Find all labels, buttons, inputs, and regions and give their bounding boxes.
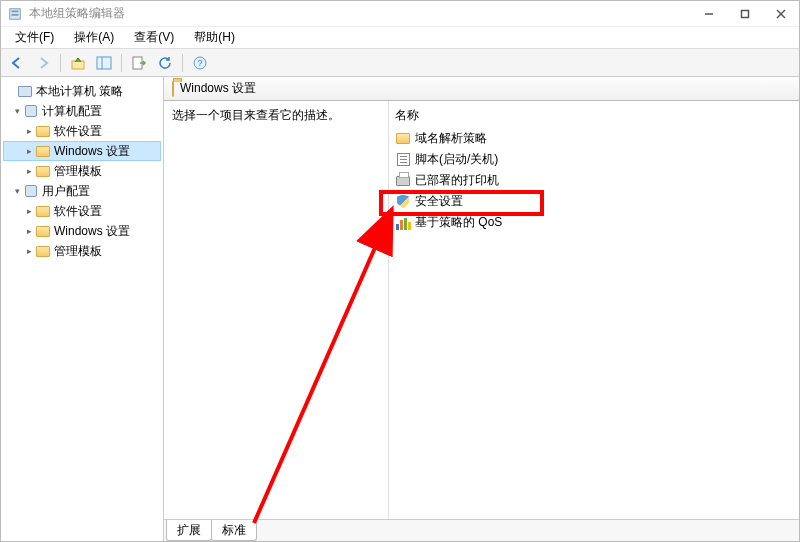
menubar: 文件(F) 操作(A) 查看(V) 帮助(H) [1, 27, 799, 49]
menu-help[interactable]: 帮助(H) [184, 27, 245, 48]
chevron-right-icon[interactable]: ▸ [23, 142, 35, 160]
tree-item-label: 管理模板 [54, 242, 102, 260]
window-controls [691, 1, 799, 26]
tree-item-label: 软件设置 [54, 122, 102, 140]
chevron-right-icon[interactable]: ▸ [23, 162, 35, 180]
svg-rect-2 [12, 14, 19, 16]
content-body: 选择一个项目来查看它的描述。 名称 域名解析策略脚本(启动/关机)已部署的打印机… [164, 101, 799, 519]
svg-rect-8 [97, 57, 111, 69]
tree-computer-config[interactable]: ▾ 计算机配置 [3, 101, 161, 121]
list-item-qos[interactable]: 基于策略的 QoS [395, 212, 793, 233]
tree-user-config[interactable]: ▾ 用户配置 [3, 181, 161, 201]
svg-rect-4 [742, 10, 749, 17]
menu-action[interactable]: 操作(A) [64, 27, 124, 48]
export-button[interactable] [127, 52, 151, 74]
window-title: 本地组策略编辑器 [29, 5, 125, 22]
items-column: 名称 域名解析策略脚本(启动/关机)已部署的打印机安全设置基于策略的 QoS [389, 101, 799, 519]
svg-rect-7 [72, 61, 84, 69]
chevron-right-icon[interactable]: ▸ [23, 122, 35, 140]
content-tabs: 扩展 标准 [164, 519, 799, 541]
refresh-button[interactable] [153, 52, 177, 74]
tree-windows-settings-1[interactable]: ▸ Windows 设置 [3, 141, 161, 161]
tree-software-settings-2[interactable]: ▸ 软件设置 [3, 201, 161, 221]
toolbar-separator [121, 54, 122, 72]
minimize-button[interactable] [691, 1, 727, 26]
list-item-dns_policy[interactable]: 域名解析策略 [395, 128, 793, 149]
chevron-right-icon[interactable]: ▸ [23, 222, 35, 240]
tree-item-label: 管理模板 [54, 162, 102, 180]
items-list: 域名解析策略脚本(启动/关机)已部署的打印机安全设置基于策略的 QoS [395, 128, 793, 233]
toolbar: ? [1, 49, 799, 77]
forward-button[interactable] [31, 52, 55, 74]
svg-text:?: ? [197, 58, 202, 68]
list-item-label: 基于策略的 QoS [415, 214, 502, 231]
list-item-label: 安全设置 [415, 193, 463, 210]
tree-item-label: 软件设置 [54, 202, 102, 220]
chevron-down-icon[interactable]: ▾ [11, 182, 23, 200]
folder-icon [395, 131, 411, 147]
chevron-down-icon[interactable]: ▾ [11, 102, 23, 120]
folder-open-icon [172, 82, 174, 96]
column-header-name: 名称 [395, 105, 793, 128]
folder-icon [35, 143, 51, 159]
content-header-title: Windows 设置 [180, 80, 256, 97]
show-hide-tree-button[interactable] [92, 52, 116, 74]
user-config-icon [23, 183, 39, 199]
main-area: 本地计算机 策略 ▾ 计算机配置 [1, 77, 799, 541]
svg-rect-1 [12, 10, 19, 12]
help-button[interactable]: ? [188, 52, 212, 74]
close-button[interactable] [763, 1, 799, 26]
tree-user-config-label: 用户配置 [42, 182, 90, 200]
chevron-right-icon[interactable]: ▸ [23, 202, 35, 220]
tree-item-label: Windows 设置 [54, 222, 130, 240]
list-item-security[interactable]: 安全设置 [395, 191, 793, 212]
chevron-right-icon[interactable]: ▸ [23, 242, 35, 260]
computer-icon [17, 83, 33, 99]
up-button[interactable] [66, 52, 90, 74]
back-button[interactable] [5, 52, 29, 74]
tree-root[interactable]: 本地计算机 策略 [3, 81, 161, 101]
list-item-label: 脚本(启动/关机) [415, 151, 498, 168]
tree-panel[interactable]: 本地计算机 策略 ▾ 计算机配置 [1, 77, 164, 541]
printer-icon [395, 173, 411, 189]
menu-view[interactable]: 查看(V) [124, 27, 184, 48]
folder-icon [35, 123, 51, 139]
list-item-scripts[interactable]: 脚本(启动/关机) [395, 149, 793, 170]
app-icon [7, 6, 23, 22]
tree-root-label: 本地计算机 策略 [36, 82, 123, 100]
toolbar-separator [182, 54, 183, 72]
list-item-label: 域名解析策略 [415, 130, 487, 147]
description-prompt: 选择一个项目来查看它的描述。 [172, 107, 380, 124]
tree-admin-templates-2[interactable]: ▸ 管理模板 [3, 241, 161, 261]
list-item-label: 已部署的打印机 [415, 172, 499, 189]
config-icon [23, 103, 39, 119]
tab-standard[interactable]: 标准 [211, 520, 257, 541]
toolbar-separator [60, 54, 61, 72]
tree-computer-config-label: 计算机配置 [42, 102, 102, 120]
tree-windows-settings-2[interactable]: ▸ Windows 设置 [3, 221, 161, 241]
titlebar: 本地组策略编辑器 [1, 1, 799, 27]
chart-icon [395, 215, 411, 231]
tree-admin-templates-1[interactable]: ▸ 管理模板 [3, 161, 161, 181]
description-column: 选择一个项目来查看它的描述。 [164, 101, 389, 519]
list-item-printers[interactable]: 已部署的打印机 [395, 170, 793, 191]
folder-icon [35, 203, 51, 219]
shield-icon [395, 194, 411, 210]
folder-icon [35, 223, 51, 239]
tab-extended[interactable]: 扩展 [166, 520, 212, 541]
tree-item-label: Windows 设置 [54, 142, 130, 160]
folder-icon [35, 163, 51, 179]
folder-icon [35, 243, 51, 259]
tree-software-settings-1[interactable]: ▸ 软件设置 [3, 121, 161, 141]
maximize-button[interactable] [727, 1, 763, 26]
content-header: Windows 设置 [164, 77, 799, 101]
content-panel: Windows 设置 选择一个项目来查看它的描述。 名称 域名解析策略脚本(启动… [164, 77, 799, 541]
script-icon [395, 152, 411, 168]
menu-file[interactable]: 文件(F) [5, 27, 64, 48]
